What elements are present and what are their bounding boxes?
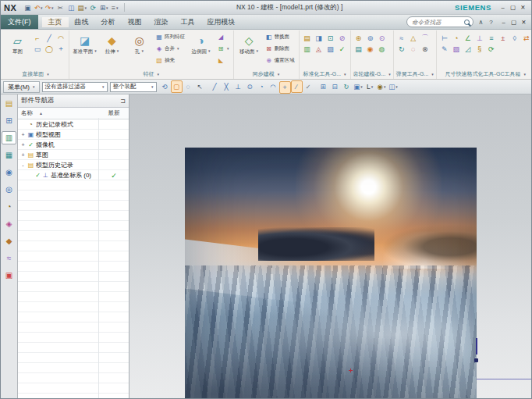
datum-axis-horizontal[interactable] (477, 379, 531, 379)
menu-button[interactable]: 菜单(M) ▾ (3, 81, 40, 93)
process-studio-icon[interactable]: ◈ (2, 217, 16, 230)
point-icon[interactable]: ＋ (55, 44, 66, 54)
rotate-view-icon[interactable]: ↻ (341, 80, 353, 93)
tab-curve[interactable]: 曲线 (69, 17, 95, 27)
line-icon[interactable]: ╱ (44, 33, 55, 43)
spring-tool-icon[interactable]: ≈ (2, 251, 16, 265)
lasso-select-icon[interactable]: ◌ (183, 80, 194, 93)
rectangle-icon[interactable]: ▭ (32, 44, 43, 54)
datum-plane-button[interactable]: ◪基准平面▾ (72, 31, 98, 55)
chevron-down-icon[interactable]: ▾ (523, 72, 526, 77)
render-style-icon[interactable]: ◉▾ (376, 80, 388, 93)
selection-scope-combo[interactable]: 整个装配 ▾ (110, 82, 157, 92)
window-icon[interactable]: ⊞▾ (98, 2, 109, 12)
hole-button[interactable]: ◎孔▾ (126, 31, 152, 55)
edge-blend-button[interactable]: ◑边倒圆▾ (188, 31, 214, 55)
redo-icon[interactable]: ↷▾ (44, 2, 55, 12)
report-tool-icon[interactable]: ▨ (325, 44, 336, 54)
torsion-spring-icon[interactable]: ↻ (396, 44, 407, 54)
rack-icon[interactable]: ▤ (353, 44, 364, 54)
assembly-navigator-icon[interactable]: ▤ (2, 97, 16, 110)
check-tool-icon[interactable]: ✓ (337, 44, 348, 54)
command-finder-search[interactable] (406, 16, 473, 27)
circle-icon[interactable]: ◯ (44, 44, 55, 54)
worm-gear-icon[interactable]: ◉ (365, 44, 376, 54)
material-tool-icon[interactable]: ▥ (302, 44, 313, 54)
minimize-ribbon-icon[interactable]: ∧ (476, 17, 486, 27)
tree-expander[interactable]: + (20, 152, 27, 158)
format-brush-icon[interactable]: ▨ (451, 44, 462, 54)
app-close-button[interactable]: ✕ (518, 3, 528, 12)
prefix-dim-icon[interactable]: § (474, 44, 485, 54)
snap-endpoint-icon[interactable]: ╱ (209, 80, 221, 93)
spring-delete-icon[interactable]: ⊗ (420, 44, 431, 54)
chevron-down-icon[interactable]: ▾ (278, 72, 280, 77)
encrypt-part-icon[interactable]: ⊘ (337, 33, 348, 43)
roles-icon[interactable]: ◆ (2, 234, 16, 248)
radial-dim-icon[interactable]: ◔ (451, 33, 462, 43)
show-hide-icon[interactable]: ⊞ (317, 80, 329, 93)
graphics-window[interactable] (129, 94, 531, 399)
tree-expander[interactable]: - (20, 162, 27, 168)
update-dim-icon[interactable]: ⟳ (486, 44, 497, 54)
repeat-command-icon[interactable]: ⟳ (87, 2, 98, 12)
reuse-library-icon[interactable]: ▦ (2, 148, 16, 162)
snap-screen-position-icon[interactable]: ✓ (303, 80, 314, 93)
sort-ascending-icon[interactable]: ▲ (39, 111, 43, 116)
part-rename-icon[interactable]: ⊡ (325, 33, 336, 43)
gear-mesh-icon[interactable]: ⊙ (377, 33, 388, 43)
hd3d-tools-icon[interactable]: ◉ (2, 166, 16, 179)
tab-application[interactable]: 应用模块 (201, 17, 242, 27)
more-feature-button[interactable]: ⊞▾ (215, 43, 231, 54)
tree-item-sketches-folder[interactable]: +▤草图 (18, 150, 129, 160)
tab-tools[interactable]: 工具 (175, 17, 201, 27)
ordinate-dim-icon[interactable]: ⊥ (474, 33, 485, 43)
history-icon[interactable]: ◔ (2, 200, 16, 213)
tree-item-history-mode[interactable]: ◔历史记录模式 (18, 119, 129, 130)
pin-icon[interactable]: ⊐ (120, 98, 126, 105)
doc-minimize-button[interactable]: – (498, 17, 509, 27)
tolerance-icon[interactable]: ± (498, 33, 509, 43)
attribute-tool-icon[interactable]: ◨ (314, 33, 325, 43)
weld-assistant-icon[interactable]: ◬ (314, 44, 325, 54)
app-restore-button[interactable]: ▢ (508, 3, 518, 12)
tree-item-datum-csys[interactable]: ✓⊥基准坐标系 (0)✓ (18, 170, 129, 180)
delete-face-button[interactable]: ⊠删除面 (264, 43, 296, 54)
snap-point-icon[interactable]: ＋ (279, 81, 291, 94)
tab-view[interactable]: 视图 (122, 17, 148, 27)
linear-dim-icon[interactable]: ⊢ (439, 33, 450, 43)
copy-icon[interactable]: ◫ (66, 2, 76, 12)
immediate-hide-icon[interactable]: ⊟ (329, 80, 341, 93)
fit-view-icon[interactable]: ▣▾ (353, 80, 364, 93)
snap-midpoint-icon[interactable]: ╳ (221, 80, 232, 93)
snap-two-point-icon[interactable]: ∕ (291, 80, 303, 93)
paste-icon[interactable]: ▤▾ (76, 2, 87, 12)
tree-expander[interactable]: + (20, 142, 27, 148)
leaf-spring-icon[interactable]: ⌒ (420, 33, 431, 43)
chevron-down-icon[interactable]: ▾ (431, 72, 434, 77)
selection-filter-combo[interactable]: 没有选择过滤器 ▾ (42, 82, 108, 92)
select-box-icon[interactable]: ▢ (171, 80, 183, 93)
column-name-header[interactable]: 名称 ▲ (18, 109, 99, 117)
part-navigator-icon[interactable]: ▥ (2, 131, 16, 144)
previous-selection-icon[interactable]: ⟲ (159, 80, 171, 93)
tab-render[interactable]: 渲染 (148, 17, 175, 27)
tree-item-cameras[interactable]: +✓摄像机 (18, 140, 129, 150)
search-icon[interactable] (464, 20, 470, 25)
gb-standards-icon[interactable]: ▤ (302, 33, 313, 43)
layer-settings-icon[interactable]: L▾ (364, 80, 376, 93)
gear-edit-icon[interactable]: ◍ (377, 44, 388, 54)
cylinder-spring-icon[interactable]: ≈ (396, 33, 407, 43)
qat-customize-icon[interactable]: ≡▾ (109, 2, 120, 12)
extrude-button[interactable]: ◆拉伸▾ (99, 31, 125, 55)
file-tab[interactable]: 文件(F) (1, 15, 38, 29)
web-browser-icon[interactable]: ◎ (2, 183, 16, 196)
chamfer-button[interactable]: ◢ (215, 31, 231, 42)
text-style-icon[interactable]: ≡ (486, 33, 497, 43)
save-icon[interactable]: ▣ (22, 2, 33, 12)
datum-axis-arrow[interactable] (474, 358, 478, 362)
snap-intersection-icon[interactable]: ⊥ (232, 80, 244, 93)
edit-dim-icon[interactable]: ✎ (439, 44, 450, 54)
scale-dim-icon[interactable]: ◿ (463, 44, 473, 54)
chevron-down-icon[interactable]: ▾ (158, 72, 160, 77)
